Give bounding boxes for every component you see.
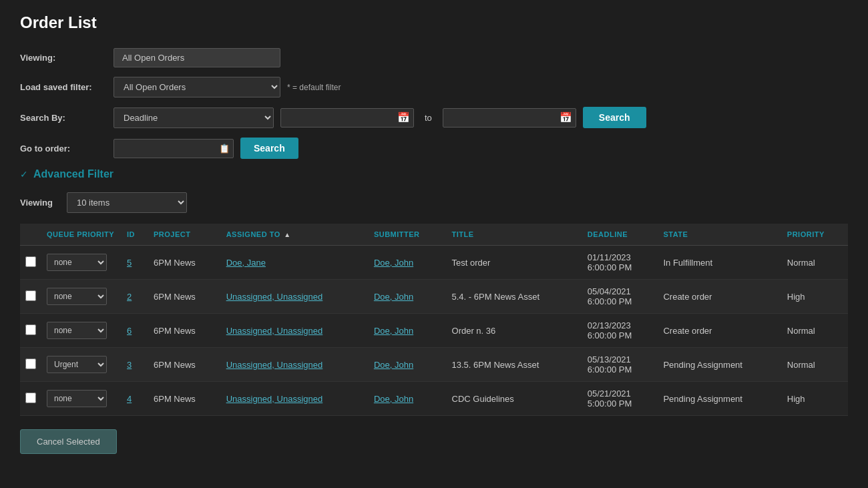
submitter-link[interactable]: Doe, John bbox=[374, 326, 413, 336]
order-project: 6PM News bbox=[148, 382, 221, 416]
goto-order-input[interactable] bbox=[114, 139, 234, 158]
order-id-link[interactable]: 5 bbox=[127, 258, 132, 268]
order-priority: High bbox=[782, 280, 848, 314]
th-state[interactable]: STATE bbox=[658, 224, 781, 246]
load-saved-filter-select[interactable]: All Open OrdersMy Open OrdersAll Orders bbox=[114, 77, 280, 97]
order-title: CDC Guidelines bbox=[447, 382, 582, 416]
order-state: Pending Assignment bbox=[658, 382, 781, 416]
date-to-input[interactable] bbox=[443, 108, 576, 128]
assigned-to-link[interactable]: Unassigned, Unassigned bbox=[226, 360, 323, 370]
order-deadline: 01/11/20236:00:00 PM bbox=[582, 246, 658, 280]
goto-order-wrap: 📋 bbox=[114, 139, 234, 158]
assigned-to-link[interactable]: Unassigned, Unassigned bbox=[226, 292, 323, 302]
th-submitter[interactable]: SUBMITTER bbox=[369, 224, 447, 246]
date-from-input[interactable] bbox=[280, 108, 414, 128]
row-checkbox[interactable] bbox=[25, 256, 36, 267]
submitter-link[interactable]: Doe, John bbox=[374, 258, 413, 268]
order-priority: High bbox=[782, 382, 848, 416]
orders-table: QUEUE PRIORITY ID PROJECT ASSIGNED TO ▲ … bbox=[20, 224, 848, 416]
order-state: Create order bbox=[658, 280, 781, 314]
order-title: Order n. 36 bbox=[447, 314, 582, 348]
order-deadline: 02/13/20236:00:00 PM bbox=[582, 314, 658, 348]
order-id-link[interactable]: 2 bbox=[127, 292, 132, 302]
table-row: noneUrgentHighNormalLow46PM NewsUnassign… bbox=[20, 382, 848, 416]
order-id-link[interactable]: 6 bbox=[127, 326, 132, 336]
order-project: 6PM News bbox=[148, 246, 221, 280]
viewing-display: All Open Orders bbox=[114, 48, 280, 67]
search-by-label: Search By: bbox=[20, 113, 107, 123]
order-id-link[interactable]: 4 bbox=[127, 394, 132, 404]
queue-priority-select[interactable]: noneUrgentHighNormalLow bbox=[47, 356, 107, 373]
th-assigned-to[interactable]: ASSIGNED TO ▲ bbox=[221, 224, 369, 246]
queue-priority-select[interactable]: noneUrgentHighNormalLow bbox=[47, 322, 107, 339]
order-project: 6PM News bbox=[148, 280, 221, 314]
viewing-items-select[interactable]: 10 items25 items50 items100 items bbox=[67, 192, 187, 213]
sort-asc-icon: ▲ bbox=[284, 231, 290, 238]
to-label: to bbox=[421, 113, 436, 123]
th-deadline[interactable]: DEADLINE bbox=[582, 224, 658, 246]
assigned-to-link[interactable]: Doe, Jane bbox=[226, 258, 266, 268]
advanced-filter-toggle[interactable]: ✓ Advanced Filter bbox=[20, 168, 848, 180]
order-title: 13.5. 6PM News Asset bbox=[447, 348, 582, 382]
queue-priority-select[interactable]: noneUrgentHighNormalLow bbox=[47, 288, 107, 305]
table-row: noneUrgentHighNormalLow56PM NewsDoe, Jan… bbox=[20, 246, 848, 280]
order-project: 6PM News bbox=[148, 348, 221, 382]
table-header-row: QUEUE PRIORITY ID PROJECT ASSIGNED TO ▲ … bbox=[20, 224, 848, 246]
queue-priority-select[interactable]: noneUrgentHighNormalLow bbox=[47, 254, 107, 271]
order-priority: Normal bbox=[782, 246, 848, 280]
filter-note: * = default filter bbox=[287, 83, 341, 92]
submitter-link[interactable]: Doe, John bbox=[374, 394, 413, 404]
order-state: Pending Assignment bbox=[658, 348, 781, 382]
load-saved-filter-label: Load saved filter: bbox=[20, 82, 107, 92]
cancel-selected-button[interactable]: Cancel Selected bbox=[20, 429, 117, 454]
th-priority[interactable]: PRIORITY bbox=[782, 224, 848, 246]
submitter-link[interactable]: Doe, John bbox=[374, 360, 413, 370]
row-checkbox[interactable] bbox=[25, 393, 36, 403]
table-row: noneUrgentHighNormalLow26PM NewsUnassign… bbox=[20, 280, 848, 314]
order-priority: Normal bbox=[782, 348, 848, 382]
row-checkbox[interactable] bbox=[25, 290, 36, 301]
th-check bbox=[20, 224, 41, 246]
th-id[interactable]: ID bbox=[122, 224, 148, 246]
goto-search-button[interactable]: Search bbox=[240, 138, 298, 159]
table-row: noneUrgentHighNormalLow66PM NewsUnassign… bbox=[20, 314, 848, 348]
order-deadline: 05/13/20216:00:00 PM bbox=[582, 348, 658, 382]
viewing-items-label: Viewing bbox=[20, 198, 60, 208]
advanced-filter-label: Advanced Filter bbox=[33, 168, 114, 180]
order-deadline: 05/04/20216:00:00 PM bbox=[582, 280, 658, 314]
date-to-wrap: 📅 bbox=[443, 108, 576, 128]
viewing-label: Viewing: bbox=[20, 53, 107, 63]
page-title: Order List bbox=[20, 13, 848, 32]
th-queue-priority[interactable]: QUEUE PRIORITY bbox=[41, 224, 122, 246]
search-button[interactable]: Search bbox=[583, 107, 646, 128]
order-title: Test order bbox=[447, 246, 582, 280]
submitter-link[interactable]: Doe, John bbox=[374, 292, 413, 302]
assigned-to-link[interactable]: Unassigned, Unassigned bbox=[226, 326, 323, 336]
order-priority: Normal bbox=[782, 314, 848, 348]
row-checkbox[interactable] bbox=[25, 358, 36, 369]
order-project: 6PM News bbox=[148, 314, 221, 348]
order-state: In Fulfillment bbox=[658, 246, 781, 280]
row-checkbox[interactable] bbox=[25, 324, 36, 335]
queue-priority-select[interactable]: noneUrgentHighNormalLow bbox=[47, 390, 107, 407]
assigned-to-link[interactable]: Unassigned, Unassigned bbox=[226, 394, 323, 404]
th-project[interactable]: PROJECT bbox=[148, 224, 221, 246]
th-title[interactable]: TITLE bbox=[447, 224, 582, 246]
goto-order-label: Go to order: bbox=[20, 144, 107, 154]
chevron-down-icon: ✓ bbox=[20, 169, 28, 180]
order-id-link[interactable]: 3 bbox=[127, 360, 132, 370]
date-from-wrap: 📅 bbox=[280, 108, 414, 128]
table-row: noneUrgentHighNormalLow36PM NewsUnassign… bbox=[20, 348, 848, 382]
order-deadline: 05/21/20215:00:00 PM bbox=[582, 382, 658, 416]
search-by-select[interactable]: DeadlineCreated DateModified Date bbox=[114, 107, 274, 128]
order-state: Create order bbox=[658, 314, 781, 348]
order-title: 5.4. - 6PM News Asset bbox=[447, 280, 582, 314]
